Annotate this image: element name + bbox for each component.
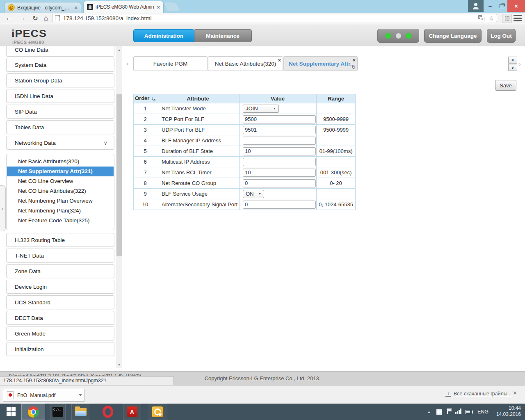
home-icon[interactable]: ⌂ (41, 13, 51, 23)
app-header: iPECS iPECS eMG80 Administration Mainten… (0, 24, 525, 46)
tray-expand-icon[interactable]: ▲ (427, 404, 431, 420)
reload-icon[interactable]: ↻ (30, 13, 40, 23)
profile-button[interactable] (468, 0, 484, 12)
extension-icon[interactable] (502, 14, 512, 23)
sidebar-item-sip-data[interactable]: SIP Data (6, 105, 114, 119)
taskbar-item-chrome[interactable] (21, 404, 45, 420)
app-logo: iPECS (11, 28, 47, 40)
tab-maintenance[interactable]: Maintenance (194, 29, 252, 42)
sidebar-item-net-numbering-plan[interactable]: Net Numbering Plan(324) (7, 206, 114, 216)
show-all-downloads-link[interactable]: Все скачанные файлы... (454, 391, 511, 397)
taskbar-item-acrobat[interactable]: A (123, 404, 141, 420)
scroll-up-icon[interactable]: ▲ (116, 46, 122, 53)
tray-network-icon[interactable] (455, 409, 461, 414)
ipecs-favicon (87, 4, 93, 10)
start-button[interactable] (3, 404, 19, 420)
taskbar-item-opera[interactable] (98, 404, 117, 420)
column-header-order[interactable]: Order ↓a (134, 94, 157, 103)
blf-manager-ip-input[interactable] (243, 137, 316, 145)
close-window-button[interactable]: × (507, 0, 525, 12)
acrobat-icon: A (127, 406, 137, 417)
alternate-signal-port-input[interactable] (243, 201, 316, 209)
table-row: 6 Multicast IP Address (134, 157, 356, 167)
sidebar-item-networking-data[interactable]: Networking Data ∨ (6, 136, 114, 150)
sidebar-item-dect-data[interactable]: DECT Data (6, 311, 114, 325)
taskbar-item-explorer[interactable] (71, 404, 90, 420)
sidebar-item-device-login[interactable]: Device Login (6, 280, 114, 294)
sidebar-item-green-mode[interactable]: Green Mode (6, 326, 114, 340)
rcl-timer-input[interactable] (243, 169, 316, 177)
blf-duration-input[interactable] (243, 147, 316, 155)
close-tab-icon[interactable]: × (74, 5, 78, 10)
tab-net-supplementary-attr[interactable]: Net Supplementary Attr... × ↻ (283, 56, 358, 71)
menu-icon[interactable] (514, 15, 522, 21)
net-transfer-mode-select[interactable]: JOIN ▼ (243, 105, 279, 113)
download-item-menu-button[interactable] (76, 389, 84, 401)
change-language-button[interactable]: Change Language (424, 29, 482, 43)
url-bar[interactable]: 178.124.159.153:8080/a_index.html A a ☆ (52, 14, 497, 22)
reroute-co-group-input[interactable] (243, 179, 316, 187)
browser-tab-ipecs[interactable]: iPECS eMG80 Web Admin × (83, 1, 164, 13)
sidebar-item-net-co-line-overview[interactable]: Net CO Line Overview (7, 176, 114, 186)
sidebar-item-net-co-line-attributes[interactable]: Net CO Line Attributes(322) (7, 186, 114, 196)
logout-button[interactable]: Log Out (487, 29, 516, 43)
sidebar-item-zone-data[interactable]: Zone Data (6, 264, 114, 278)
taskbar-item-outlook[interactable] (148, 404, 167, 420)
browser-toolbar: ← → ↻ ⌂ 178.124.159.153:8080/a_index.htm… (0, 13, 525, 24)
sidebar-item-net-supplementary-attr[interactable]: Net Supplementary Attr(321) (7, 167, 114, 176)
refresh-icon[interactable]: ↻ (352, 65, 356, 70)
tab-list-dropdown-button[interactable]: ∨ (508, 64, 517, 71)
tcp-port-input[interactable] (243, 115, 316, 123)
close-icon[interactable]: × (278, 58, 281, 63)
tab-net-basic-attributes[interactable]: Net Basic Attributes(320) × (208, 56, 283, 71)
networking-submenu: Net Basic Attributes(320) Net Supplement… (6, 154, 114, 230)
close-icon[interactable]: × (352, 58, 356, 63)
sidebar-collapse-handle[interactable]: ‹ (0, 185, 6, 231)
udp-port-input[interactable] (243, 126, 316, 134)
tabs-scroll-right-icon[interactable]: › (519, 60, 521, 67)
sidebar-item-net-feature-code-table[interactable]: Net Feature Code Table(325) (7, 216, 114, 226)
multicast-ip-input[interactable] (243, 158, 316, 166)
sidebar-item-system-data[interactable]: System Data (6, 58, 114, 72)
sidebar-item-isdn-line-data[interactable]: ISDN Line Data (6, 89, 114, 103)
bookmark-star-icon[interactable]: ☆ (488, 14, 494, 22)
browser-tab-strip: @ Входящие - citycom_bres × iPECS eMG80 … (0, 0, 525, 13)
tabs-scroll-left-icon[interactable]: ‹ (127, 60, 129, 67)
tray-windows-icon[interactable] (436, 409, 442, 415)
blf-service-usage-select[interactable]: ON ▼ (243, 190, 264, 198)
sidebar-item-net-numbering-plan-overview[interactable]: Net Numbering Plan Overview (7, 196, 114, 206)
save-button[interactable]: Save (495, 80, 516, 91)
close-tab-icon[interactable]: × (157, 5, 160, 10)
new-tab-button[interactable] (164, 2, 179, 11)
column-header-attribute: Attribute (157, 94, 240, 103)
sidebar-item-tables-data[interactable]: Tables Data (6, 120, 114, 134)
sidebar-scrollbar[interactable]: ▲ ▼ (116, 46, 122, 368)
back-icon[interactable]: ← (4, 13, 14, 23)
sidebar-item-h323-routing-table[interactable]: H.323 Routing Table (6, 233, 114, 247)
restore-button[interactable] (496, 0, 507, 12)
download-item[interactable]: FnO_Manual.pdf (3, 389, 85, 402)
forward-icon[interactable]: → (17, 13, 27, 23)
translate-icon[interactable]: A a (478, 15, 484, 21)
scroll-down-icon[interactable]: ▼ (116, 361, 122, 368)
scrollbar-thumb[interactable] (116, 94, 122, 256)
close-all-tabs-button[interactable]: × (508, 57, 517, 64)
app-logo-subtext: iPECS eMG80 (12, 40, 44, 45)
sidebar-item-initialization[interactable]: Initialization (6, 342, 114, 356)
sidebar-item-tnet-data[interactable]: T-NET Data (6, 249, 114, 262)
close-download-bar-icon[interactable]: × (513, 389, 517, 396)
sidebar-item-station-group-data[interactable]: Station Group Data (6, 73, 114, 87)
tray-clock[interactable]: 10:44 14.03.2016 (496, 405, 521, 418)
sidebar-item-net-basic-attributes[interactable]: Net Basic Attributes(320) (7, 157, 114, 167)
taskbar-item-cmd[interactable]: C:\_ (50, 404, 66, 420)
sidebar-item-ucs-standard[interactable]: UCS Standard (6, 295, 114, 309)
minimize-button[interactable]: – (484, 0, 496, 12)
url-text[interactable]: 178.124.159.153:8080/a_index.html (63, 15, 478, 21)
sidebar-item-co-line-data[interactable]: CO Line Data (6, 46, 114, 57)
tab-favorite-pgm[interactable]: Favorite PGM (133, 56, 208, 71)
browser-tab-mail[interactable]: @ Входящие - citycom_bres × (4, 2, 81, 13)
tab-administration[interactable]: Administration (133, 29, 194, 42)
tray-language-label[interactable]: ENG (477, 404, 488, 420)
tray-flag-icon[interactable] (447, 409, 448, 414)
tray-battery-icon[interactable] (465, 410, 472, 414)
